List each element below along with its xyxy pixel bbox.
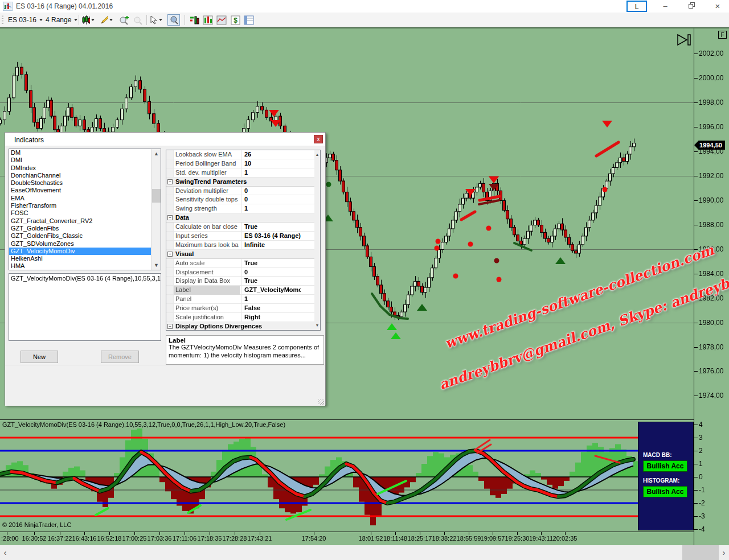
property-category[interactable]: −Visual bbox=[166, 250, 320, 259]
indicators-button[interactable] bbox=[188, 14, 200, 26]
collapse-icon[interactable]: − bbox=[167, 179, 173, 184]
indicator-panel-canvas[interactable] bbox=[0, 420, 729, 532]
scroll-up-arrow[interactable]: ▲ bbox=[314, 150, 320, 159]
property-category[interactable]: −Display Options Divergences bbox=[166, 322, 320, 331]
macd-bb-label: MACD BB: bbox=[643, 452, 693, 458]
restore-button[interactable] bbox=[681, 1, 702, 12]
cursor-button[interactable] bbox=[150, 14, 162, 26]
time-axis[interactable]: :28:0016:30:5216:37:2216:43:1616:52:1817… bbox=[0, 532, 694, 545]
indicator-list-item[interactable]: GZT_VelocityMomoDiv bbox=[9, 248, 161, 255]
property-row[interactable]: Scale justificationRight bbox=[166, 313, 320, 322]
indicator-list-item[interactable]: FisherTransform bbox=[9, 202, 161, 209]
indicator-list-item[interactable]: FOSC bbox=[9, 209, 161, 217]
instrument-selector[interactable]: ES 03-16 bbox=[6, 14, 45, 26]
collapse-icon[interactable]: − bbox=[167, 324, 173, 329]
price-axis-label: 1980,00 bbox=[699, 319, 723, 327]
indicator-list-item[interactable]: DMI bbox=[9, 157, 161, 164]
resize-grip[interactable] bbox=[318, 399, 324, 405]
collapse-icon[interactable]: − bbox=[167, 252, 173, 257]
indicator-list-item[interactable]: EMA bbox=[9, 195, 161, 202]
scroll-up-arrow[interactable]: ▲ bbox=[151, 149, 161, 158]
scrollbar-thumb[interactable] bbox=[682, 545, 719, 560]
fit-scale-button[interactable]: F bbox=[718, 31, 727, 39]
indicator-list-item[interactable]: GZT_Fractal_Converter_RV2 bbox=[9, 217, 161, 225]
new-button[interactable]: New bbox=[21, 351, 58, 363]
indicator-list-item[interactable]: DoubleStochastics bbox=[9, 179, 161, 187]
price-tick bbox=[694, 78, 698, 79]
scroll-right-arrow[interactable]: › bbox=[719, 545, 729, 560]
property-category[interactable]: −Data bbox=[166, 213, 320, 223]
horizontal-scrollbar[interactable]: ‹ › bbox=[0, 545, 729, 560]
property-grid[interactable]: Lookback slow EMA26Period Bollinger Band… bbox=[166, 150, 321, 331]
scroll-down-arrow[interactable]: ▼ bbox=[151, 261, 161, 270]
panel-divider[interactable] bbox=[0, 419, 694, 420]
scroll-left-arrow[interactable]: ‹ bbox=[0, 545, 10, 560]
time-axis-label: 18:55:59 bbox=[457, 535, 481, 542]
row-indent bbox=[166, 286, 174, 294]
indicator-list-item[interactable]: DMIndex bbox=[9, 164, 161, 172]
grid-scrollbar[interactable]: ▲▼ bbox=[314, 150, 320, 330]
property-row[interactable]: Price marker(s)False bbox=[166, 304, 320, 313]
property-row[interactable]: Input seriesES 03-16 (4 Range) bbox=[166, 232, 320, 241]
property-row[interactable]: Panel1 bbox=[166, 295, 320, 304]
ninjatrader-window: ES 03-16 (4 Range) 04.01.2016 L – × ES 0… bbox=[0, 0, 729, 560]
pencil-icon bbox=[100, 15, 108, 24]
price-tick bbox=[694, 371, 698, 372]
property-row[interactable]: Auto scaleTrue bbox=[166, 259, 320, 268]
zoom-out-button[interactable] bbox=[132, 14, 144, 26]
property-row[interactable]: Calculate on bar closeTrue bbox=[166, 223, 320, 232]
chart-style-button[interactable] bbox=[82, 14, 95, 26]
price-tick bbox=[694, 225, 698, 225]
crosshair-button[interactable] bbox=[167, 14, 180, 26]
indicator-list-item[interactable]: GZT_GoldenFibs_Classic bbox=[9, 232, 161, 240]
list-scrollbar[interactable]: ▲ ▼ bbox=[151, 149, 161, 270]
indicator-list[interactable]: DMDMIDMIndexDonchianChannelDoubleStochas… bbox=[9, 149, 161, 270]
property-row[interactable]: Display in Data BoxTrue bbox=[166, 277, 320, 286]
indicator-list-item[interactable]: DonchianChannel bbox=[9, 172, 161, 179]
data-box-button[interactable] bbox=[243, 14, 255, 26]
go-to-end-icon[interactable] bbox=[677, 34, 693, 50]
time-axis-label: 16:37:22 bbox=[48, 535, 72, 542]
chart-trader-button[interactable] bbox=[202, 14, 214, 26]
collapse-icon[interactable]: − bbox=[167, 215, 173, 220]
time-axis-label: :28:00 bbox=[1, 535, 19, 542]
dialog-titlebar[interactable]: Indicators x bbox=[5, 133, 325, 146]
configured-indicator-list[interactable]: GZT_VelocityMomoDiv(ES 03-16 (4 Range),1… bbox=[9, 273, 161, 341]
property-row[interactable]: Lookback slow EMA26 bbox=[166, 150, 320, 159]
save-chart-image-button[interactable] bbox=[215, 14, 228, 26]
account-data-button[interactable]: $ bbox=[229, 14, 241, 26]
time-axis-label: 18:25:17 bbox=[408, 535, 432, 542]
property-row[interactable]: Period Bollinger Band10 bbox=[166, 159, 320, 168]
price-axis-label: 1988,00 bbox=[699, 221, 723, 229]
configured-indicator-item[interactable]: GZT_VelocityMomoDiv(ES 03-16 (4 Range),1… bbox=[9, 274, 161, 282]
dialog-close-button[interactable]: x bbox=[314, 135, 323, 143]
property-row[interactable]: Sensitivity double tops0 bbox=[166, 195, 320, 204]
indicator-list-item[interactable]: HeikenAshi bbox=[9, 255, 161, 262]
price-axis-label: 1978,00 bbox=[699, 343, 723, 351]
scroll-down-arrow[interactable]: ▼ bbox=[314, 321, 320, 330]
indicator-tick bbox=[694, 516, 698, 517]
price-tick bbox=[694, 323, 698, 323]
toolbar-grip[interactable] bbox=[2, 15, 3, 25]
indicator-list-item[interactable]: GZT_GoldenFibs bbox=[9, 225, 161, 232]
macd-bb-value: Bullish Acc bbox=[643, 460, 687, 472]
property-row[interactable]: Displacement0 bbox=[166, 268, 320, 277]
property-row[interactable]: Maximum bars look baInfinite bbox=[166, 241, 320, 250]
scrollbar-thumb[interactable] bbox=[152, 189, 161, 203]
indicator-list-item[interactable]: DM bbox=[9, 149, 161, 157]
row-indent bbox=[166, 195, 174, 204]
indicator-list-item[interactable]: GZT_SDVolumeZones bbox=[9, 240, 161, 248]
property-row[interactable]: Std. dev. multiplier1 bbox=[166, 168, 320, 178]
indicator-list-item[interactable]: HMA bbox=[9, 262, 161, 270]
zoom-in-button[interactable] bbox=[117, 14, 130, 26]
property-category[interactable]: −SwingTrend Parameters bbox=[166, 178, 320, 187]
property-row[interactable]: Deviation multiplier0 bbox=[166, 187, 320, 196]
interval-selector[interactable]: 4 Range bbox=[43, 14, 80, 26]
drawing-tools-button[interactable] bbox=[100, 14, 113, 26]
close-button[interactable]: × bbox=[707, 1, 728, 12]
link-button[interactable]: L bbox=[626, 1, 647, 12]
minimize-button[interactable]: – bbox=[655, 1, 675, 12]
indicator-list-item[interactable]: EaseOfMovement bbox=[9, 187, 161, 194]
property-row[interactable]: Swing strength1 bbox=[166, 204, 320, 213]
property-row[interactable]: LabelGZT_VelocityMomoDiv bbox=[166, 286, 320, 295]
